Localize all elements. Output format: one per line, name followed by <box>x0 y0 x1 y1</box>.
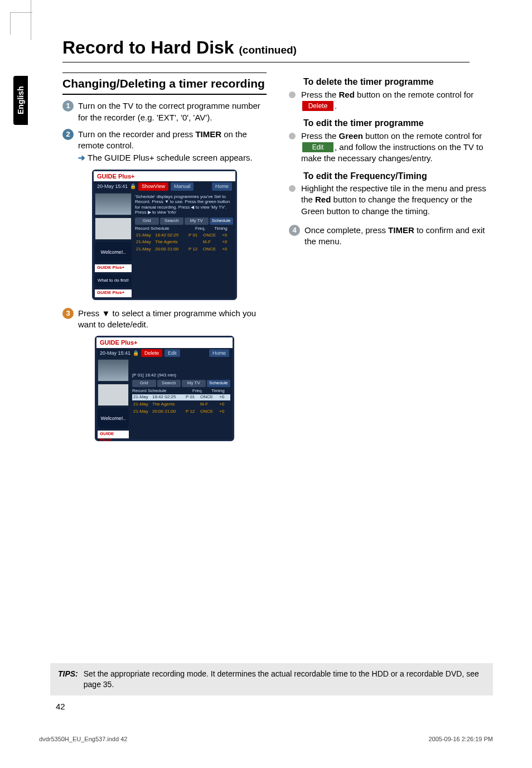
home-button: Home <box>212 182 232 190</box>
guide-screenshot-2: GUIDE Plus+ 20-May 15:41 🔒 Delete Edit H… <box>95 336 234 441</box>
preview-thumb <box>98 359 129 381</box>
tab-schedule: Schedule <box>210 218 234 225</box>
text: Press the <box>301 90 339 99</box>
green-key: Green <box>339 131 363 141</box>
result-arrow-icon: ➔ <box>78 153 85 162</box>
title-rule <box>62 62 470 62</box>
showview-button: ShowView <box>138 182 168 190</box>
shot-subinfo: [P 01] 18:42 (943 min) <box>132 373 230 379</box>
shot-table-header: Record Schedule Freq. Timing <box>135 226 233 232</box>
schedule-row: 21-May20:00 21:00P 12ONCE+0 <box>132 408 230 416</box>
bullet-icon <box>289 133 296 139</box>
edit-pill: Edit <box>302 142 333 152</box>
first-tile: What to do first! <box>95 274 132 287</box>
shot-tabs: Grid Search My TV Schedule <box>132 380 230 387</box>
step-number-icon: 4 <box>289 225 300 236</box>
home-button: Home <box>209 349 229 357</box>
language-tab: English <box>13 76 28 125</box>
page-title: Record to Hard Disk (continued) <box>62 36 470 60</box>
delete-pill: Delete <box>302 101 333 111</box>
result-text: The GUIDE Plus+ schedule screen appears. <box>88 153 253 162</box>
tab-schedule: Schedule <box>207 380 231 387</box>
timer-key: TIMER <box>388 225 414 235</box>
shot-description: 'Schedule' displays programmes you've Se… <box>135 194 233 215</box>
tab-grid: Grid <box>135 218 159 225</box>
tab-search: Search <box>157 380 181 387</box>
red-key: Red <box>315 195 331 204</box>
timer-key: TIMER <box>195 129 221 139</box>
schedule-row: 21-MayThe AgentsM-F+0 <box>135 239 233 246</box>
left-column: Changing/Deleting a timer recording 1 Tu… <box>62 73 267 449</box>
lock-icon: 🔒 <box>133 350 139 356</box>
schedule-row: 21-May20:00 21:00P 12ONCE+0 <box>135 246 233 253</box>
lock-icon: 🔒 <box>130 183 136 190</box>
tab-mytv: My TV <box>182 380 206 387</box>
step-4-text: Once complete, press TIMER to confirm an… <box>304 225 493 248</box>
step-1-text: Turn on the TV to the correct programme … <box>78 100 267 123</box>
red-key: Red <box>339 90 355 99</box>
delete-instruction: Press the Red button on the remote contr… <box>289 89 493 112</box>
guide-screenshot-1: GUIDE Plus+ 20-May 15:41 🔒 ShowView Manu… <box>92 170 237 300</box>
footer-timestamp: 2005-09-16 2:26:19 PM <box>428 735 493 743</box>
preview-thumb <box>95 218 132 240</box>
page-title-continued: (continued) <box>239 44 297 56</box>
text: button on the remote control for <box>355 90 473 99</box>
page-content: Record to Hard Disk (continued) English … <box>6 36 526 449</box>
step-number-icon: 1 <box>62 100 74 112</box>
text: button on the remote control for <box>363 131 482 141</box>
bullet-icon <box>289 185 296 192</box>
step-2-text: Turn on the recorder and press TIMER on … <box>78 129 267 164</box>
step-number-icon: 3 <box>62 308 74 319</box>
schedule-row: 21-May18:42 02:25P 01ONCE+0 <box>135 232 233 239</box>
shot-datetime: 20-May 15:41 <box>100 350 130 356</box>
edit-button: Edit <box>165 349 180 357</box>
guide-logo: GUIDE Plus+ <box>94 171 235 182</box>
edit-instruction: Press the Green button on the remote con… <box>289 131 493 165</box>
delete-button: Delete <box>141 349 162 357</box>
footer-filename: dvdr5350H_EU_Eng537.indd 42 <box>39 735 127 743</box>
guide-logo-small: GUIDE Plus+ <box>95 264 132 272</box>
guide-logo-small: GUIDE Plus+ <box>95 289 132 297</box>
tips-text: Set the appropriate recording mode. It d… <box>84 669 485 690</box>
step-3-text: Press ▼ to select a timer programme whic… <box>78 308 267 331</box>
tab-grid: Grid <box>132 380 156 387</box>
preview-thumb <box>98 384 129 406</box>
step-1: 1 Turn on the TV to the correct programm… <box>62 100 267 123</box>
shot-table-header: Record Schedule Freq. Timing <box>132 388 230 394</box>
shot-datetime: 20-May 15:41 <box>97 183 128 190</box>
freq-instruction: Highlight the respective tile in the men… <box>289 183 493 217</box>
shot-tabs: Grid Search My TV Schedule <box>135 218 233 225</box>
page-number: 42 <box>56 701 65 712</box>
edit-heading: To edit the timer programme <box>303 117 493 129</box>
welcome-tile: Welcome!.. <box>95 242 132 262</box>
page-title-main: Record to Hard Disk <box>62 37 234 57</box>
section-heading-block: Changing/Deleting a timer recording <box>62 73 267 95</box>
step-4: 4 Once complete, press TIMER to confirm … <box>289 225 493 248</box>
guide-logo-small: GUIDE Plus+ <box>98 431 129 438</box>
preview-thumb <box>95 193 132 215</box>
text: Once complete, press <box>304 225 388 235</box>
schedule-row: 21-MayThe AgentsM-F+0 <box>132 401 230 408</box>
step-number-icon: 2 <box>62 129 74 140</box>
schedule-row-selected: 21-May18:42 02:25P 01ONCE+0 <box>132 394 230 401</box>
crop-mark <box>10 12 32 35</box>
step-3: 3 Press ▼ to select a timer programme wh… <box>62 308 267 331</box>
bullet-icon <box>289 91 296 98</box>
tab-search: Search <box>160 218 184 225</box>
step-2: 2 Turn on the recorder and press TIMER o… <box>62 129 267 164</box>
text: Press the <box>301 131 339 141</box>
guide-logo: GUIDE Plus+ <box>96 337 233 348</box>
text: . <box>335 101 337 110</box>
text: Turn on the recorder and press <box>78 129 195 139</box>
manual-button: Manual <box>171 182 194 190</box>
tips-label: TIPS: <box>58 669 78 690</box>
section-heading: Changing/Deleting a timer recording <box>62 77 267 90</box>
right-column: To delete the timer programme Press the … <box>289 73 493 449</box>
tab-mytv: My TV <box>185 218 209 225</box>
delete-heading: To delete the timer programme <box>303 76 493 88</box>
tips-bar: TIPS: Set the appropriate recording mode… <box>50 663 493 695</box>
freq-heading: To edit the Frequency/Timing <box>303 170 493 182</box>
crop-mark <box>31 0 31 40</box>
welcome-tile: Welcome!.. <box>98 408 129 428</box>
